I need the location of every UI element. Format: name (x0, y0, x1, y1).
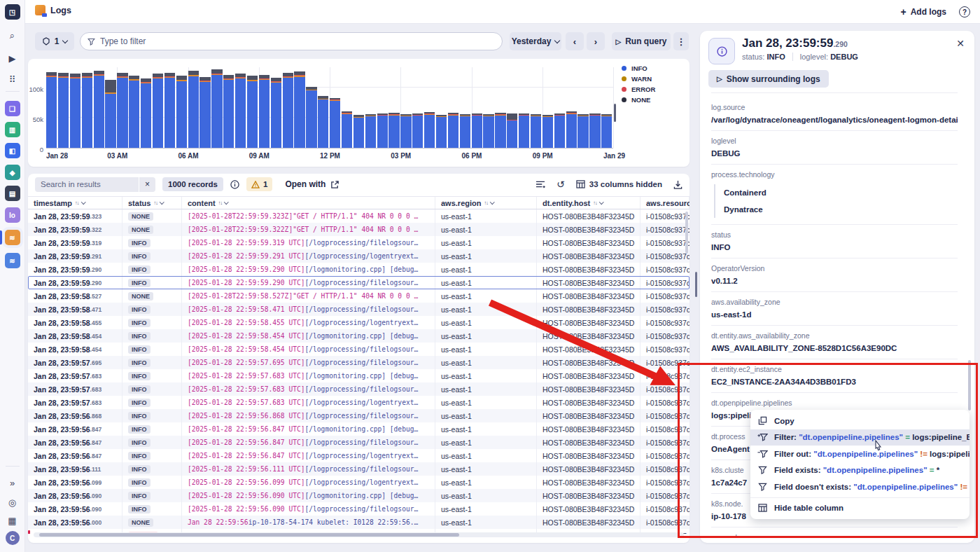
table-row[interactable]: Jan 28, 23:59:59.319INFO[2025-01-28 22:5… (28, 236, 690, 249)
histogram-bar[interactable] (436, 115, 447, 148)
search-icon[interactable]: ⌕ (5, 28, 20, 43)
field-value[interactable]: v0.11.2 (711, 277, 958, 285)
app-logs-active-icon[interactable]: ≋ (5, 230, 20, 245)
timeframe-selector[interactable]: Yesterday (510, 32, 561, 50)
table-row[interactable]: Jan 28, 23:59:59.323NONE[2025-01-28T22:5… (28, 209, 690, 223)
app-hosts-icon[interactable]: ▤ (5, 186, 20, 201)
histogram-bar[interactable] (141, 78, 151, 148)
histogram-bar[interactable] (495, 113, 505, 148)
sort-icon[interactable]: ↑↓ (153, 200, 158, 206)
app-logs-preview-icon[interactable]: ≋ (5, 253, 20, 268)
table-row[interactable]: Jan 28, 23:59:58.471INFO[2025-01-28 22:5… (28, 303, 690, 316)
table-row[interactable]: Jan 28, 23:59:56.847INFO[2025-01-28 22:5… (28, 436, 690, 449)
histogram-bar[interactable] (46, 72, 57, 148)
table-row[interactable]: Jan 28, 23:59:58.454INFO[2025-01-28 22:5… (28, 343, 690, 356)
histogram-bar[interactable] (211, 69, 222, 148)
histogram-bar[interactable] (306, 87, 316, 148)
histogram-bar[interactable] (235, 74, 246, 148)
column-menu-icon[interactable] (490, 200, 494, 204)
histogram-bar[interactable] (58, 73, 69, 148)
histogram-bar[interactable] (354, 115, 364, 148)
histogram-bar[interactable] (460, 114, 470, 148)
histogram-bar[interactable] (519, 113, 529, 148)
histogram-bar[interactable] (388, 113, 399, 148)
histogram-bar[interactable] (105, 80, 115, 148)
histogram-plot[interactable] (46, 67, 613, 149)
table-row[interactable]: Jan 28, 23:59:56.847INFO[2025-01-28 22:5… (28, 422, 690, 436)
app-analytics-icon[interactable]: ▥ (5, 122, 20, 137)
timeframe-next-button[interactable]: › (587, 32, 605, 50)
show-surrounding-logs-button[interactable]: ▷ Show surrounding logs (708, 70, 829, 88)
histogram-bar[interactable] (472, 113, 482, 148)
histogram-bar[interactable] (94, 71, 104, 148)
apps-grid-icon[interactable]: ⠿ (5, 71, 20, 87)
app-kubernetes-icon[interactable]: ◆ (5, 165, 20, 180)
add-logs-button[interactable]: + Add logs (900, 6, 946, 18)
table-row[interactable]: Jan 28, 23:59:56.099INFO[2025-01-28 22:5… (28, 476, 690, 489)
table-row[interactable]: Jan 28, 23:59:57.695INFO[2025-01-28 22:5… (28, 356, 690, 369)
app-tab-logs[interactable]: Logs (35, 5, 71, 15)
table-horizontal-scrollbar[interactable] (34, 532, 684, 537)
sort-icon[interactable]: ↑↓ (593, 200, 597, 206)
column-header-content[interactable]: content↑↓ (182, 197, 435, 209)
column-menu-icon[interactable] (599, 200, 603, 204)
table-row[interactable]: Jan 28, 23:59:57.683INFO[2025-01-28 22:5… (28, 382, 690, 396)
histogram-bar[interactable] (424, 112, 435, 148)
reset-columns-icon[interactable]: ↺ (556, 179, 565, 190)
field-value[interactable]: AWS_AVAILABILITY_ZONE-8528D1C56A3E90DC (711, 344, 958, 352)
field-value[interactable]: INFO (711, 243, 958, 251)
launch-icon[interactable]: ▶ (5, 50, 20, 66)
field-value[interactable]: DEBUG (711, 149, 958, 158)
app-logs-purple-icon[interactable]: lo (5, 207, 20, 223)
search-in-results-input[interactable]: Search in results (35, 177, 139, 192)
histogram-bar[interactable] (318, 96, 328, 148)
histogram-bar[interactable] (400, 114, 411, 148)
histogram-bar[interactable] (117, 73, 127, 148)
column-header-aws.region[interactable]: aws.region↑↓ (435, 197, 537, 209)
histogram-bar[interactable] (531, 114, 541, 148)
sort-icon[interactable]: ↑↓ (484, 200, 488, 206)
histogram-bar[interactable] (601, 114, 612, 148)
row-density-icon[interactable] (536, 180, 545, 188)
menu-item-hide-table-column[interactable]: Hide table column (750, 500, 969, 517)
app-dashboard-icon[interactable]: ◧ (5, 143, 20, 158)
histogram-bar[interactable] (247, 76, 258, 148)
table-row-selected[interactable]: Jan 28, 23:59:59.290INFO[2025-01-28 22:5… (28, 276, 690, 289)
table-row[interactable]: Jan 28, 23:59:56.090INFO[2025-01-28 22:5… (28, 489, 690, 502)
field-list-value[interactable]: Dynatrace (724, 201, 958, 218)
histogram-bar[interactable] (129, 76, 139, 149)
sort-icon[interactable]: ↑↓ (218, 200, 223, 206)
table-row[interactable]: Jan 28, 23:59:57.683INFO[2025-01-28 22:5… (28, 396, 690, 409)
info-icon[interactable] (230, 180, 239, 189)
search-clear-icon[interactable]: × (139, 177, 155, 192)
histogram-bar[interactable] (259, 75, 270, 148)
histogram-bar[interactable] (554, 113, 565, 148)
histogram-bar[interactable] (412, 113, 423, 148)
field-value[interactable]: EC2_INSTANCE-2AA34A4D3BB01FD3 (711, 378, 958, 386)
histogram-bar[interactable] (377, 113, 388, 148)
support-icon[interactable]: ◎ (5, 495, 20, 510)
download-icon[interactable] (673, 180, 682, 189)
table-vertical-scrollbar[interactable] (685, 212, 688, 254)
table-row[interactable]: Jan 28, 23:59:58.454INFO[2025-01-28 22:5… (28, 329, 690, 343)
histogram-bar[interactable] (271, 78, 281, 148)
sort-icon[interactable]: ↑↓ (75, 200, 79, 206)
scope-selector[interactable]: 1 (35, 32, 74, 50)
histogram-bar[interactable] (342, 111, 352, 148)
column-header-timestamp[interactable]: timestamp↑↓ (28, 197, 122, 209)
query-filter-input[interactable]: Type to filter (80, 32, 503, 50)
usage-icon[interactable]: ▦ (5, 513, 20, 528)
table-row[interactable]: Jan 28, 23:59:57.683INFO[2025-01-28 22:5… (28, 369, 690, 382)
panel-scrollbar-thumb[interactable] (968, 360, 971, 410)
legend-item-error[interactable]: ERROR (622, 84, 655, 95)
table-row[interactable]: Jan 28, 23:59:59.291INFO[2025-01-28 22:5… (28, 249, 690, 263)
column-menu-icon[interactable] (160, 200, 164, 204)
histogram-bar[interactable] (200, 77, 210, 148)
histogram-bar[interactable] (176, 76, 187, 148)
histogram-bar[interactable] (448, 113, 458, 148)
column-menu-icon[interactable] (224, 200, 228, 204)
histogram-bar[interactable] (82, 73, 92, 148)
legend-item-warn[interactable]: WARN (622, 74, 655, 84)
querybar-kebab-menu[interactable]: ⋮ (673, 32, 689, 50)
histogram-bar[interactable] (188, 71, 199, 148)
